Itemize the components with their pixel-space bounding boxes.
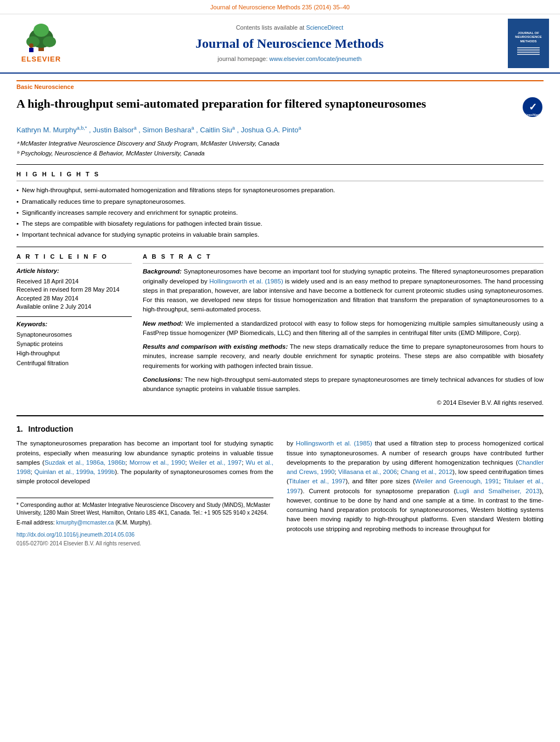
weiler97-link[interactable]: Weiler et al., 1997: [189, 459, 242, 466]
highlight-item-2: • Dramatically reduces time to prepare s…: [16, 197, 544, 206]
article-history: Article history: Received 18 April 2014 …: [16, 267, 132, 311]
highlights-section: H I G H L I G H T S • New high-throughpu…: [16, 170, 544, 239]
abstract-col: A B S T R A C T Background: Synaptoneuro…: [143, 253, 544, 408]
journal-cover: JOURNAL OF NEUROSCIENCE METHODS: [508, 19, 549, 68]
svg-text:✓: ✓: [529, 102, 537, 113]
quinlan-link[interactable]: Quinlan et al., 1999a, 1999b: [35, 468, 115, 475]
received-date: Received 18 April 2014: [16, 277, 132, 286]
chang-link[interactable]: Chang et al., 2012: [401, 468, 453, 475]
titulaer97-link[interactable]: Titulaer et al., 1997: [289, 478, 346, 484]
conclusions-text: The new high-throughput semi-automated s…: [143, 376, 544, 392]
section-heading: 1. Introduction: [16, 424, 544, 435]
author5-link[interactable]: , Joshua G.A. Pintoa: [237, 126, 301, 134]
suzdak-link[interactable]: Suzdak et al., 1986a, 1986b: [44, 459, 125, 466]
footnote-star: * Corresponding author at: McMaster Inte…: [16, 501, 273, 517]
footer-links: http://dx.doi.org/10.1016/j.jneumeth.201…: [16, 531, 273, 548]
top-bar: Journal of Neuroscience Methods 235 (201…: [0, 0, 560, 14]
svg-point-3: [43, 36, 56, 47]
authors-line: Kathryn M. Murphya,b,* , Justin Balsora …: [16, 125, 544, 136]
results-paragraph: Results and comparison with existing met…: [143, 342, 544, 371]
intro-para-right: by Hollingsworth et al. (1985) that used…: [287, 439, 544, 534]
new-method-text: We implemented a standardized protocol w…: [143, 320, 544, 336]
lugli-link[interactable]: Lugli and Smalheiser, 2013: [456, 488, 540, 494]
new-method-label: New method:: [143, 320, 183, 327]
abstract-title: A B S T R A C T: [143, 253, 544, 264]
background-label: Background:: [143, 268, 182, 275]
conclusions-label: Conclusions:: [143, 376, 183, 383]
keywords-label: Keywords:: [16, 320, 132, 328]
crossmark-icon: ✓ CrossMark: [522, 96, 544, 118]
info-abstract-section: A R T I C L E I N F O Article history: R…: [16, 253, 544, 408]
author4-link[interactable]: , Caitlin Siua: [196, 126, 237, 134]
author1-link[interactable]: Kathryn M. Murphya,b,*: [16, 126, 89, 134]
morrow-link[interactable]: Morrow et al., 1990: [130, 459, 186, 466]
elsevier-logo: ELSEVIER: [11, 23, 71, 64]
received-revised-date: Received in revised form 28 May 2014: [16, 286, 132, 294]
svg-text:CrossMark: CrossMark: [524, 113, 541, 116]
section-label: Basic Neuroscience: [16, 80, 544, 91]
abstract-body: Background: Synaptoneurosomes have becom…: [143, 267, 544, 408]
weiler91-link[interactable]: Weiler and Greenough, 1991: [415, 478, 499, 484]
highlights-title: H I G H L I G H T S: [16, 170, 544, 181]
keyword-2: Synaptic proteins: [16, 340, 132, 348]
author3-link[interactable]: , Simon Besharaa: [138, 126, 196, 134]
available-date: Available online 2 July 2014: [16, 303, 132, 311]
copyright-line: © 2014 Elsevier B.V. All rights reserved…: [143, 398, 544, 408]
background-paragraph: Background: Synaptoneurosomes have becom…: [143, 267, 544, 314]
article-title-text: A high-throughput semi-automated prepara…: [16, 96, 522, 112]
highlight-item-4: • The steps are compatible with biosafet…: [16, 219, 544, 228]
keywords-section: Keywords: Synaptoneurosomes Synaptic pro…: [16, 320, 132, 367]
highlight-item-5: • Important technical advance for studyi…: [16, 230, 544, 239]
new-method-paragraph: New method: We implemented a standardize…: [143, 319, 544, 338]
journal-title: Journal of Neuroscience Methods: [71, 35, 508, 53]
accepted-date: Accepted 28 May 2014: [16, 294, 132, 303]
highlight-item-3: • Significantly increases sample recover…: [16, 208, 544, 217]
svg-point-4: [33, 24, 49, 37]
author2-link[interactable]: , Justin Balsora: [89, 126, 138, 134]
hollingsworth85-link[interactable]: Hollingsworth et al. (1985): [296, 440, 372, 447]
email-link[interactable]: kmurphy@mcmaster.ca: [56, 520, 114, 526]
sciencedirect-label: Contents lists available at ScienceDirec…: [71, 24, 508, 32]
doi-link[interactable]: http://dx.doi.org/10.1016/j.jneumeth.201…: [16, 532, 135, 538]
header-center: Contents lists available at ScienceDirec…: [71, 24, 508, 63]
elsevier-wordmark: ELSEVIER: [21, 54, 61, 64]
svg-rect-6: [29, 48, 33, 52]
journal-homepage: journal homepage: www.elsevier.com/locat…: [71, 55, 508, 63]
article-info-col: A R T I C L E I N F O Article history: R…: [16, 253, 132, 408]
article-info-title: A R T I C L E I N F O: [16, 253, 132, 264]
keyword-4: Centrifugal filtration: [16, 359, 132, 367]
footnote-email: E-mail address: kmurphy@mcmaster.ca (K.M…: [16, 519, 273, 527]
affiliation-b: ᵇ Psychology, Neuroscience & Behavior, M…: [16, 149, 544, 158]
highlight-item-1: • New high-throughput, semi-automated ho…: [16, 186, 544, 194]
elsevier-tree-icon: [19, 23, 63, 53]
intro-para-left: The synaptoneurosomes preparation has be…: [16, 439, 273, 486]
svg-point-5: [29, 43, 33, 48]
body-col-left: The synaptoneurosomes preparation has be…: [16, 439, 273, 548]
body-col-right: by Hollingsworth et al. (1985) that used…: [287, 439, 544, 548]
article-title: A high-throughput semi-automated prepara…: [16, 96, 544, 118]
issn-line: 0165-0270/© 2014 Elsevier B.V. All right…: [16, 540, 273, 548]
keywords-list: Synaptoneurosomes Synaptic proteins High…: [16, 331, 132, 368]
results-label: Results and comparison with existing met…: [143, 343, 288, 350]
header: ELSEVIER Contents lists available at Sci…: [0, 14, 560, 74]
footnote-section: * Corresponding author at: McMaster Inte…: [16, 498, 273, 527]
affiliations: ᵃ McMaster Integrative Neuroscience Disc…: [16, 140, 544, 158]
doi-link-line: http://dx.doi.org/10.1016/j.jneumeth.201…: [16, 531, 273, 539]
keyword-3: High-throughput: [16, 349, 132, 358]
conclusions-paragraph: Conclusions: The new high-throughput sem…: [143, 375, 544, 394]
body-two-col: The synaptoneurosomes preparation has be…: [16, 439, 544, 548]
hollingsworth-link[interactable]: Hollingsworth et al. (1985): [209, 278, 283, 284]
introduction-section: 1. Introduction The synaptoneurosomes pr…: [16, 424, 544, 549]
villasana-link[interactable]: Villasana et al., 2006: [338, 468, 397, 475]
affiliation-a: ᵃ McMaster Integrative Neuroscience Disc…: [16, 140, 544, 148]
keyword-1: Synaptoneurosomes: [16, 331, 132, 339]
history-label: Article history:: [16, 267, 132, 275]
homepage-link[interactable]: www.elsevier.com/locate/jneumeth: [270, 55, 362, 62]
journal-ref: Journal of Neuroscience Methods 235 (201…: [210, 4, 350, 10]
sciencedirect-link[interactable]: ScienceDirect: [306, 24, 343, 31]
